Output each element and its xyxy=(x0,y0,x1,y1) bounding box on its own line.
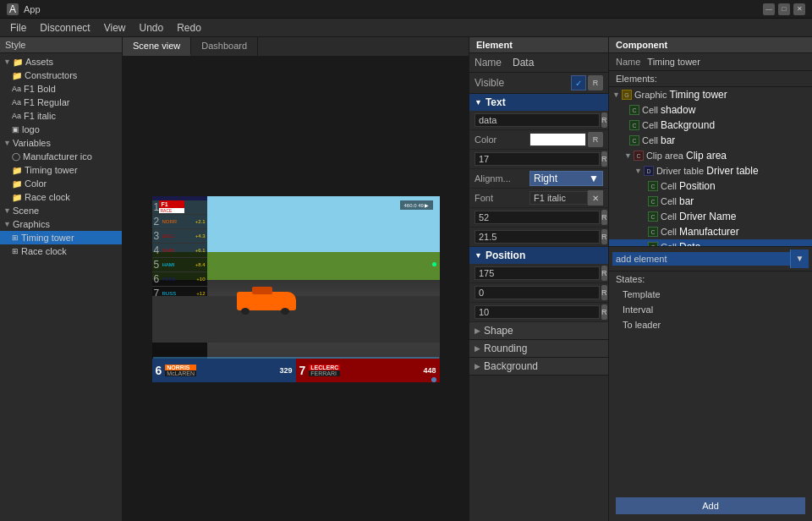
tree-label: Manufacturer ico xyxy=(23,151,92,162)
tab-dashboard[interactable]: Dashboard xyxy=(191,37,258,56)
cell-icon: C xyxy=(629,120,639,130)
text-section-label: Text xyxy=(486,96,506,108)
menu-undo[interactable]: Undo xyxy=(133,20,171,36)
state-interval[interactable]: Interval xyxy=(609,302,812,317)
shape-section-header[interactable]: ▶ Shape xyxy=(469,322,608,340)
tree-label: Race clock xyxy=(25,192,70,202)
color-r-button[interactable]: R xyxy=(588,132,603,147)
menu-redo[interactable]: Redo xyxy=(170,20,208,36)
positiony-r-button[interactable]: R xyxy=(601,229,607,244)
comp-item-clip-area[interactable]: ▼ C Clip area Clip area xyxy=(609,148,812,163)
comp-item-cell-manufacturer[interactable]: C Cell Manufacturer xyxy=(609,224,812,239)
visible-row: Visible ✓ R xyxy=(469,73,608,94)
tree-item-f1regular[interactable]: Aa F1 Regular xyxy=(0,96,122,109)
size-r-button[interactable]: R xyxy=(601,151,607,167)
tree-item-timing-tower-g[interactable]: ⊞ Timing tower xyxy=(0,231,122,244)
comp-item-cell-background[interactable]: C Cell Background xyxy=(609,118,812,133)
text-row: Text R xyxy=(469,111,608,130)
color-picker[interactable] xyxy=(529,133,586,146)
comp-item-cell-bar2[interactable]: C Cell bar xyxy=(609,194,812,209)
background-section-header[interactable]: ▶ Background xyxy=(469,358,608,376)
expand-arrow: ▼ xyxy=(3,139,11,147)
background-arrow: ▶ xyxy=(475,362,480,370)
comp-item-graphic-timing[interactable]: ▼ G Graphic Timing tower xyxy=(609,87,812,102)
text-input[interactable] xyxy=(475,113,600,127)
name-label: Name xyxy=(475,57,513,69)
app-title: App xyxy=(24,4,763,14)
tree-item-timing-tower-var[interactable]: 📁 Timing tower xyxy=(0,163,122,177)
pos-x-r-button[interactable]: R xyxy=(601,266,607,281)
menu-disconnect[interactable]: Disconnect xyxy=(33,20,96,36)
position-section-label: Position xyxy=(486,250,525,261)
comp-label: Cell Manufacturer xyxy=(661,226,739,238)
tree-label: Constructors xyxy=(25,70,77,80)
comp-name-value: Timing tower xyxy=(647,57,700,67)
menu-file[interactable]: File xyxy=(3,20,33,36)
positiony-input[interactable] xyxy=(475,230,600,244)
pos-x-input[interactable] xyxy=(475,266,600,280)
state-template[interactable]: Template xyxy=(609,287,812,302)
banner-left-num: 6 xyxy=(156,364,162,377)
add-button[interactable]: Add xyxy=(616,497,805,514)
tree-item-graphics[interactable]: ▼ Graphics xyxy=(0,217,122,231)
alignment-select[interactable]: Right ▼ xyxy=(529,171,603,186)
tree-item-assets[interactable]: ▼ 📁 Assets xyxy=(0,55,122,69)
component-name-row: Name Timing tower xyxy=(609,53,812,71)
tree-item-scene[interactable]: ▼ Scene xyxy=(0,204,122,217)
positionx-r-button[interactable]: R xyxy=(601,210,607,225)
comp-item-cell-data[interactable]: C Cell Data xyxy=(609,239,812,246)
font-x-button[interactable]: ✕ xyxy=(588,190,603,206)
alignment-value: Right xyxy=(534,173,557,184)
visible-r-button[interactable]: R xyxy=(588,75,603,90)
text-r-button[interactable]: R xyxy=(601,112,607,128)
menu-view[interactable]: View xyxy=(97,20,133,36)
minimize-button[interactable]: — xyxy=(763,3,775,15)
comp-item-cell-bar[interactable]: C Cell bar xyxy=(609,133,812,148)
state-to-leader[interactable]: To leader xyxy=(609,317,812,332)
shape-label: Shape xyxy=(484,325,513,337)
positionx-input[interactable] xyxy=(475,211,600,224)
rounding-section-header[interactable]: ▶ Rounding xyxy=(469,340,608,358)
add-element-dropdown[interactable]: ▼ xyxy=(790,250,809,268)
visible-checkbox[interactable]: ✓ xyxy=(571,75,586,90)
tree-item-variables[interactable]: ▼ Variables xyxy=(0,136,122,150)
comp-item-driver-table[interactable]: ▼ D Driver table Driver table xyxy=(609,163,812,178)
font-value[interactable]: F1 italic xyxy=(529,191,588,205)
expand-arrow: ▼ xyxy=(3,206,11,215)
tree-item-race-clock-var[interactable]: 📁 Race clock xyxy=(0,190,122,204)
color-label: Color xyxy=(475,134,529,145)
data-label: Data xyxy=(513,57,534,69)
font-row: Font F1 italic ✕ xyxy=(469,189,608,208)
tree-label: F1 Regular xyxy=(24,97,69,107)
tree-item-constructors[interactable]: 📁 Constructors xyxy=(0,69,122,82)
window-controls: — □ ✕ xyxy=(763,3,805,15)
scene-viewport[interactable]: F1 RACE 460.0 49 ▶ 1VERS 2NORR+2.1 3LECL… xyxy=(123,57,469,521)
component-tree: ▼ G Graphic Timing tower C Cell shadow C… xyxy=(609,87,812,246)
tree-item-logo[interactable]: ▣ logo xyxy=(0,123,122,136)
tree-label: F1 Bold xyxy=(24,84,56,94)
comp-item-cell-position[interactable]: C Cell Position xyxy=(609,178,812,194)
tree-item-color[interactable]: 📁 Color xyxy=(0,177,122,190)
pos-z-input[interactable] xyxy=(475,305,600,319)
tree-item-mfr[interactable]: ◯ Manufacturer ico xyxy=(0,150,122,163)
position-section-header[interactable]: ▼ Position xyxy=(469,247,608,264)
shape-arrow: ▶ xyxy=(475,326,480,335)
pos-y-input[interactable] xyxy=(475,286,600,299)
expand-icon: ▼ xyxy=(634,167,642,175)
tree-item-race-clock-g[interactable]: ⊞ Race clock xyxy=(0,244,122,258)
pos-y-r-button[interactable]: R xyxy=(601,285,607,300)
maximize-button[interactable]: □ xyxy=(778,3,790,15)
add-element-label[interactable]: add element xyxy=(612,252,790,266)
size-input[interactable] xyxy=(475,152,600,166)
comp-label: Cell Position xyxy=(661,180,716,192)
tab-scene-view[interactable]: Scene view xyxy=(123,37,191,56)
style-tree: ▼ 📁 Assets 📁 Constructors Aa F1 Bold Aa … xyxy=(0,53,122,521)
pos-z-r-button[interactable]: R xyxy=(601,304,607,320)
text-section-header[interactable]: ▼ Text xyxy=(469,94,608,111)
tree-item-f1italic[interactable]: Aa F1 italic xyxy=(0,109,122,123)
variable-icon: ◯ xyxy=(12,152,20,161)
comp-item-cell-shadow[interactable]: C Cell shadow xyxy=(609,102,812,118)
close-button[interactable]: ✕ xyxy=(793,3,805,15)
comp-item-cell-drivername[interactable]: C Cell Driver Name xyxy=(609,209,812,224)
tree-item-f1bold[interactable]: Aa F1 Bold xyxy=(0,82,122,96)
